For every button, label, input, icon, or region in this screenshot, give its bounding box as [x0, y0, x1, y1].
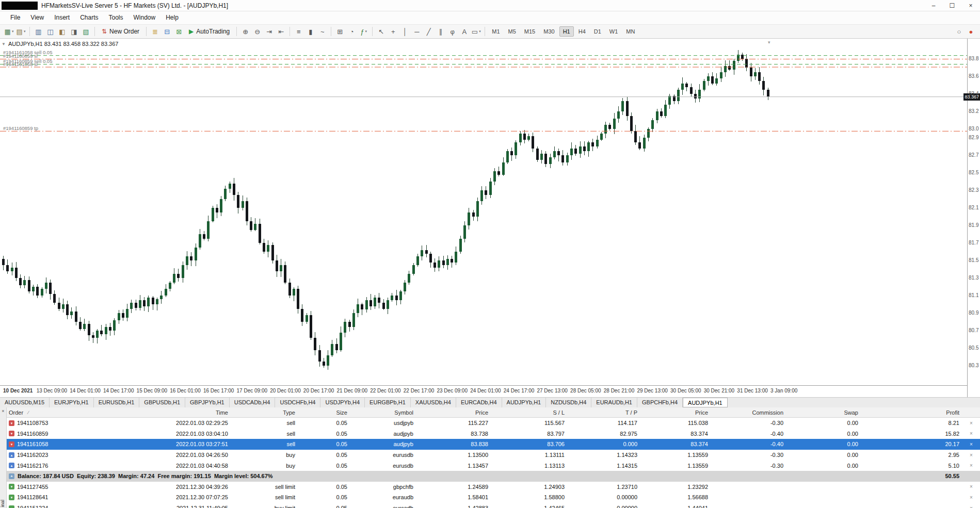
close-position-icon[interactable]: ×	[962, 452, 980, 458]
horizontal-line-icon[interactable]: ─	[411, 26, 423, 37]
order-row-1941127455[interactable]: ▾19411274552021.12.30 04:39:26sell limit…	[7, 482, 980, 493]
symbol-tab-gbpusdb-h1[interactable]: GBPUSDb,H1	[139, 398, 185, 407]
new-order-button[interactable]: ⇅New Order	[98, 26, 143, 37]
data-window-icon[interactable]: ◫	[44, 26, 56, 37]
symbol-tab-gbpchfb-h4[interactable]: GBPCHFb,H4	[637, 398, 683, 407]
header-profit[interactable]: Profit	[861, 409, 962, 416]
symbol-tab-audjpyb-h1[interactable]: AUDJPYb,H1	[502, 398, 547, 407]
one-click-trading-icon[interactable]: ▼	[2, 42, 6, 46]
symbol-tab-eurcadb-h4[interactable]: EURCADb,H4	[456, 398, 502, 407]
order-row-1941162023[interactable]: ▴19411620232022.01.03 04:26:50buy0.05eur…	[7, 450, 980, 461]
chart-shift-icon[interactable]: ⇤	[275, 26, 287, 37]
candlestick-chart[interactable]: #1941161058 sell 0.05#1941160859 sl#1941…	[0, 39, 967, 385]
header-size[interactable]: Size	[298, 409, 350, 416]
new-chart-icon[interactable]: ▦▾	[3, 26, 15, 37]
menu-item-insert[interactable]: Insert	[49, 11, 75, 24]
zoom-out-icon[interactable]: ⊖	[251, 26, 263, 37]
close-position-icon[interactable]: ×	[962, 505, 980, 508]
timeframe-button-d1[interactable]: D1	[590, 26, 605, 37]
minimize-button[interactable]: –	[924, 0, 943, 11]
menu-item-file[interactable]: File	[5, 11, 25, 24]
toolbox-side-tab[interactable]: inal	[0, 500, 7, 507]
header-swap[interactable]: Swap	[786, 409, 861, 416]
crosshair-icon[interactable]: +	[387, 26, 399, 37]
autotrading-button[interactable]: ▶AutoTrading	[185, 26, 234, 37]
strategy-tester-icon[interactable]: ▧	[80, 26, 92, 37]
order-row-1941160859[interactable]: ▾19411608592022.01.03 03:04:10sell0.05au…	[7, 429, 980, 439]
order-line[interactable]: #1941160859 sl	[0, 53, 967, 59]
close-button[interactable]: ×	[961, 0, 980, 11]
menu-item-charts[interactable]: Charts	[75, 11, 103, 24]
close-position-icon[interactable]: ×	[962, 484, 980, 489]
header-time[interactable]: Time	[129, 409, 231, 416]
header-commission[interactable]: Commission	[711, 409, 786, 416]
symbol-tab-eurgbpb-h1[interactable]: EURGBPb,H1	[365, 398, 411, 407]
timeframe-button-m30[interactable]: M30	[540, 26, 558, 37]
balance-expand-icon[interactable]: +	[9, 473, 14, 479]
close-position-icon[interactable]: ×	[962, 463, 980, 468]
close-position-icon[interactable]: ×	[962, 420, 980, 426]
trendline-icon[interactable]: ╱	[423, 26, 435, 37]
channel-icon[interactable]: ∥	[435, 26, 446, 37]
symbol-tab-eurjpyb-h1[interactable]: EURJPYb,H1	[50, 398, 94, 407]
menu-item-help[interactable]: Help	[160, 11, 184, 24]
header-price[interactable]: Price	[640, 409, 711, 416]
maximize-button[interactable]: ☐	[943, 0, 961, 11]
line-chart-icon[interactable]: ~	[316, 26, 328, 37]
community-icon[interactable]: ●	[965, 26, 977, 37]
symbol-tab-eurusdb-h1[interactable]: EURUSDb,H1	[94, 398, 140, 407]
timeframe-button-m1[interactable]: M1	[488, 26, 503, 37]
chart-shift-marker-icon[interactable]: ▾	[768, 40, 770, 45]
fibonacci-icon[interactable]: φ	[446, 26, 458, 37]
timeframe-button-mn[interactable]: MN	[622, 26, 638, 37]
candlestick-chart-icon[interactable]: ▮	[304, 26, 316, 37]
depth-of-market-icon[interactable]: ≣	[149, 26, 161, 37]
header-symbol[interactable]: Symbol	[350, 409, 416, 416]
menu-item-tools[interactable]: Tools	[104, 11, 128, 24]
symbol-tab-gbpjpyb-h1[interactable]: GBPJPYb,H1	[185, 398, 230, 407]
time-scale[interactable]: 10 Dec 202113 Dec 09:0014 Dec 01:0014 De…	[0, 385, 967, 397]
header-price[interactable]: Price	[416, 409, 491, 416]
timeframe-button-m5[interactable]: M5	[505, 26, 520, 37]
indicators-icon[interactable]: ƒ▾	[358, 26, 369, 37]
order-row-1941162176[interactable]: ▴19411621762022.01.03 04:40:58buy0.05eur…	[7, 460, 980, 471]
vertical-line-icon[interactable]: │	[399, 26, 411, 37]
header-t-p[interactable]: T / P	[568, 409, 640, 416]
search-icon[interactable]: ○	[953, 26, 965, 37]
timeframe-button-w1[interactable]: W1	[606, 26, 622, 37]
bar-chart-icon[interactable]: ≡	[293, 26, 304, 37]
shapes-icon[interactable]: ▭▾	[470, 26, 482, 37]
order-row-1941151224[interactable]: ▴19411512242021.12.31 11:49:05buy limit0…	[7, 503, 980, 508]
auto-scroll-icon[interactable]: ⇥	[263, 26, 275, 37]
text-label-icon[interactable]: A	[458, 26, 470, 37]
zoom-in-icon[interactable]: ⊕	[239, 26, 251, 37]
order-row-1941161058[interactable]: ▾19411610582022.01.03 03:27:51sell0.05au…	[7, 439, 980, 450]
chart-canvas[interactable]: #1941161058 sell 0.05#1941160859 sl#1941…	[0, 39, 967, 385]
toolbox-close-icon[interactable]: ×	[0, 408, 6, 414]
order-row-1941108753[interactable]: ▾19411087532022.01.03 02:29:25sell0.05us…	[7, 418, 980, 429]
symbol-tab-usdchfb-h4[interactable]: USDCHFb,H4	[275, 398, 320, 407]
toolbox-icon[interactable]: ◨	[68, 26, 80, 37]
timeframe-button-h1[interactable]: H1	[559, 26, 574, 37]
symbol-tab-audjpyb-h1[interactable]: AUDJPYb,H1	[683, 398, 728, 407]
price-scale[interactable]: 83.367 83.883.683.483.283.082.982.782.58…	[967, 39, 980, 397]
cursor-icon[interactable]: ↖	[375, 26, 387, 37]
symbol-tab-audusdb-m15[interactable]: AUDUSDb,M15	[0, 398, 50, 407]
header-order[interactable]: Order∕	[7, 409, 129, 416]
tile-windows-icon[interactable]: ⊞	[334, 26, 346, 37]
symbol-tab-euraudb-h1[interactable]: EURAUDb,H1	[591, 398, 637, 407]
profiles-icon[interactable]: ▤▾	[15, 26, 27, 37]
navigator-icon[interactable]: ◧	[56, 26, 68, 37]
close-position-icon[interactable]: ×	[962, 441, 980, 447]
timeframe-button-h4[interactable]: H4	[575, 26, 589, 37]
close-position-icon[interactable]: ×	[962, 431, 980, 436]
period-icon[interactable]: ◔	[346, 26, 358, 37]
header-s-l[interactable]: S / L	[491, 409, 568, 416]
symbol-tab-usdjpyb-h4[interactable]: USDJPYb,H4	[320, 398, 365, 407]
close-position-icon[interactable]: ×	[962, 495, 980, 500]
symbol-tab-usdcadb-h4[interactable]: USDCADb,H4	[230, 398, 276, 407]
symbol-tab-nzdusdb-h4[interactable]: NZDUSDb,H4	[546, 398, 591, 407]
market-watch-icon[interactable]: ▥	[33, 26, 44, 37]
menu-item-view[interactable]: View	[25, 11, 49, 24]
order-row-1941128641[interactable]: ▾19411286412021.12.30 07:07:25sell limit…	[7, 492, 980, 503]
